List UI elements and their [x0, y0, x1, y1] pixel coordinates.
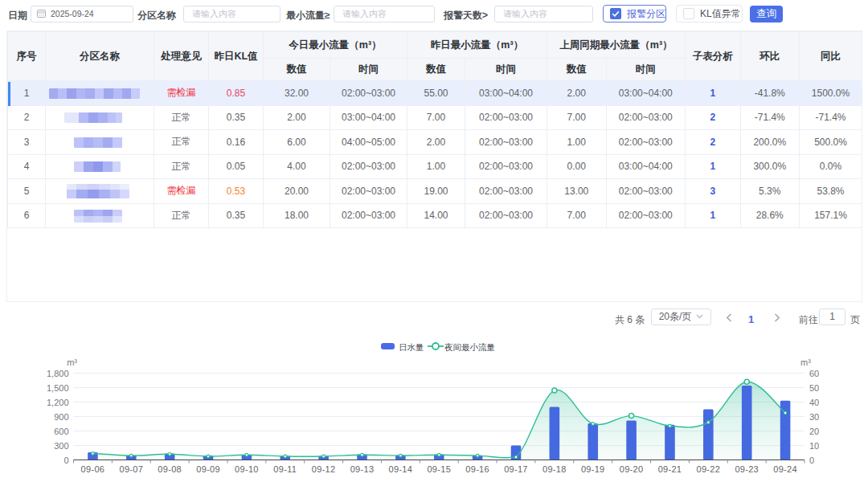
svg-text:60: 60 — [809, 369, 819, 378]
svg-text:09-18: 09-18 — [542, 464, 567, 474]
svg-text:1,500: 1,500 — [47, 383, 69, 393]
svg-text:m³: m³ — [67, 357, 77, 367]
svg-text:09-12: 09-12 — [312, 464, 336, 474]
svg-text:09-09: 09-09 — [196, 464, 220, 474]
svg-text:900: 900 — [54, 412, 68, 422]
svg-text:m³: m³ — [800, 357, 811, 367]
svg-text:300: 300 — [54, 441, 68, 451]
svg-text:09-16: 09-16 — [465, 464, 489, 474]
svg-text:09-13: 09-13 — [350, 464, 375, 474]
svg-text:0: 0 — [809, 455, 814, 465]
svg-text:50: 50 — [809, 383, 819, 393]
svg-text:09-24: 09-24 — [773, 464, 797, 474]
svg-text:20: 20 — [809, 427, 819, 436]
svg-text:09-07: 09-07 — [119, 464, 143, 474]
svg-text:09-22: 09-22 — [697, 464, 721, 474]
svg-text:1,200: 1,200 — [47, 398, 69, 407]
svg-text:09-08: 09-08 — [158, 464, 182, 474]
svg-text:09-20: 09-20 — [620, 464, 644, 474]
svg-text:09-10: 09-10 — [235, 464, 259, 474]
svg-text:09-23: 09-23 — [735, 464, 759, 474]
svg-text:09-21: 09-21 — [658, 464, 682, 474]
svg-text:09-14: 09-14 — [389, 464, 413, 474]
svg-text:09-15: 09-15 — [427, 464, 451, 474]
svg-text:09-17: 09-17 — [504, 464, 528, 474]
svg-text:09-11: 09-11 — [273, 464, 297, 474]
svg-text:09-19: 09-19 — [581, 464, 605, 474]
svg-text:10: 10 — [809, 441, 819, 451]
svg-text:40: 40 — [809, 398, 819, 407]
svg-text:0: 0 — [63, 455, 68, 465]
svg-text:30: 30 — [809, 412, 819, 422]
svg-text:1,800: 1,800 — [47, 369, 69, 378]
svg-text:600: 600 — [54, 427, 68, 436]
svg-text:09-06: 09-06 — [81, 464, 105, 474]
